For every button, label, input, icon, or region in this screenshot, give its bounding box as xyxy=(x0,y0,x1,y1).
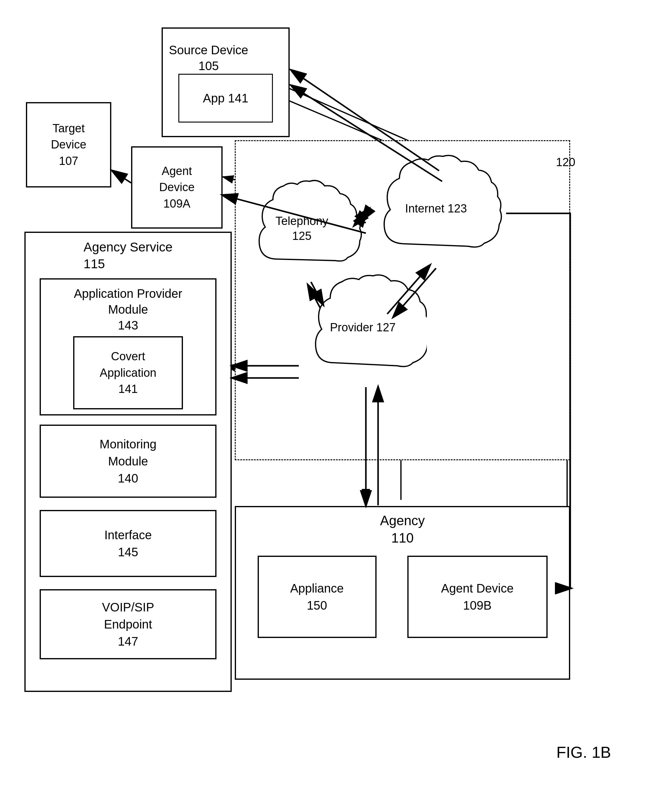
internet-cloud: Internet 123 xyxy=(366,149,506,268)
app-141-source-label: App 141 xyxy=(203,90,248,106)
agent-device-109b-label: Agent Device109B xyxy=(441,580,514,614)
agency-service-title: Agency Service115 xyxy=(77,233,179,275)
covert-application-label: Covert Application 141 xyxy=(100,349,157,397)
voip-sip-label: VOIP/SIPEndpoint147 xyxy=(102,599,154,650)
agency-service-outer-box: Agency Service115 Application ProviderMo… xyxy=(24,232,232,692)
monitoring-module-label: Monitoring Module 140 xyxy=(100,436,157,487)
internet-label: Internet 123 xyxy=(405,201,467,216)
agency-title: Agency110 xyxy=(242,512,563,547)
telephony-label: Telephony125 xyxy=(275,214,328,244)
telephony-cloud: Telephony125 xyxy=(241,174,363,283)
interface-145-label: Interface145 xyxy=(104,526,152,561)
app-141-source-box: App 141 xyxy=(178,74,273,123)
source-device-box: Source Device 105 App 141 xyxy=(162,27,290,137)
zone-label: 120 xyxy=(556,150,578,170)
agent-device-109a-box: Agent Device 109A xyxy=(131,146,222,229)
source-device-label: Source Device 105 xyxy=(169,39,248,74)
monitoring-module-box: Monitoring Module 140 xyxy=(40,425,216,498)
agent-device-109a-label: Agent Device 109A xyxy=(159,163,195,212)
appliance-box: Appliance150 xyxy=(258,556,376,638)
target-device-box: Target Device 107 xyxy=(26,102,111,187)
app-provider-module-label: Application ProviderModule143 xyxy=(71,283,186,333)
agency-box: Agency110 Appliance150 Agent Device109B xyxy=(235,506,570,680)
agent-device-109b-box: Agent Device109B xyxy=(407,556,547,638)
provider-cloud: Provider 127 xyxy=(299,268,427,387)
interface-145-box: Interface145 xyxy=(40,510,216,577)
appliance-label: Appliance150 xyxy=(290,580,344,614)
voip-sip-box: VOIP/SIPEndpoint147 xyxy=(40,589,216,659)
covert-application-box: Covert Application 141 xyxy=(73,336,183,409)
app-provider-module-box: Application ProviderModule143 Covert App… xyxy=(40,278,216,416)
svg-line-34 xyxy=(112,171,131,183)
fig-label: FIG. 1B xyxy=(557,743,611,761)
target-device-label: Target Device 107 xyxy=(51,120,86,169)
provider-label: Provider 127 xyxy=(330,320,395,335)
diagram: Source Device 105 App 141 Target Device … xyxy=(0,0,672,798)
